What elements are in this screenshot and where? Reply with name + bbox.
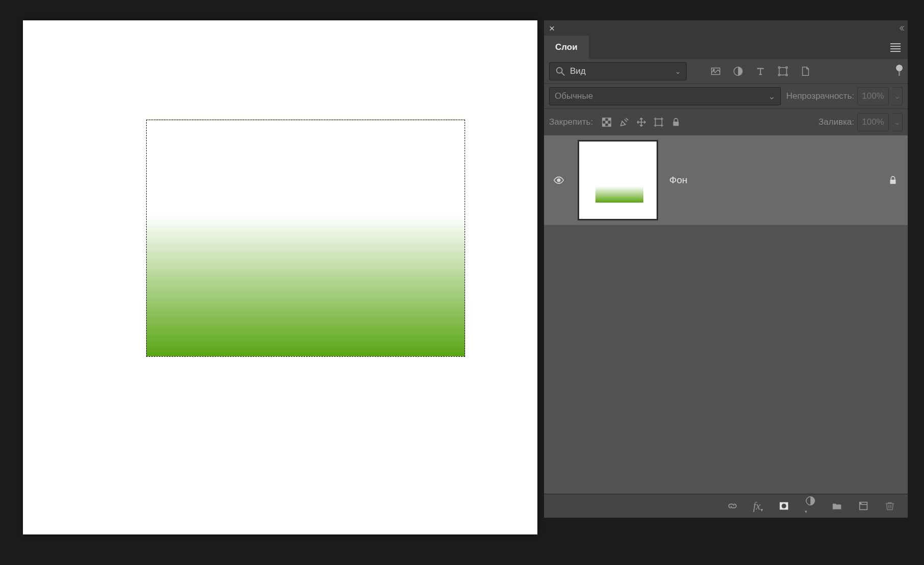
close-icon[interactable]: × bbox=[549, 23, 555, 33]
opacity-value[interactable]: 100% bbox=[857, 87, 889, 105]
document-canvas[interactable] bbox=[23, 20, 537, 534]
svg-point-26 bbox=[557, 179, 560, 182]
svg-line-1 bbox=[562, 73, 565, 76]
blend-mode-select[interactable]: Обычные ⌄ bbox=[549, 87, 781, 105]
panel-collapse-icon[interactable]: ‹‹ bbox=[899, 21, 903, 35]
search-icon bbox=[555, 66, 566, 77]
svg-rect-14 bbox=[603, 124, 606, 127]
panel-tabs: Слои bbox=[544, 36, 908, 59]
new-layer-icon[interactable] bbox=[858, 500, 869, 512]
svg-rect-25 bbox=[673, 122, 679, 126]
fill-label: Заливка: bbox=[819, 117, 854, 127]
blend-mode-value: Обычные bbox=[555, 91, 593, 101]
fill-chevron-icon[interactable]: ⌄ bbox=[892, 113, 903, 131]
chevron-down-icon: ⌄ bbox=[768, 91, 775, 102]
svg-rect-7 bbox=[786, 67, 787, 68]
lock-label: Закрепить: bbox=[549, 117, 593, 127]
new-group-icon[interactable] bbox=[831, 500, 843, 512]
lock-pixels-icon[interactable] bbox=[618, 117, 630, 128]
layers-panel-footer: fx▾ ▾ bbox=[544, 494, 908, 518]
svg-rect-12 bbox=[608, 118, 611, 121]
filter-smartobject-icon[interactable] bbox=[800, 66, 811, 77]
filter-toggle-switch[interactable] bbox=[896, 65, 903, 71]
svg-rect-11 bbox=[603, 118, 606, 121]
lock-row: Закрепить: bbox=[544, 109, 908, 135]
opacity-label: Непрозрачность: bbox=[786, 91, 854, 101]
svg-rect-15 bbox=[608, 124, 611, 127]
opacity-chevron-icon[interactable]: ⌄ bbox=[892, 87, 903, 105]
layer-thumbnail[interactable] bbox=[578, 140, 658, 220]
filter-type-icon[interactable] bbox=[755, 66, 766, 77]
svg-rect-8 bbox=[778, 74, 780, 76]
svg-point-29 bbox=[781, 503, 786, 508]
svg-rect-13 bbox=[605, 121, 608, 124]
canvas-workspace bbox=[0, 0, 540, 565]
fill-value[interactable]: 100% bbox=[857, 113, 889, 131]
add-mask-icon[interactable] bbox=[778, 500, 790, 512]
filter-pixel-icon[interactable] bbox=[710, 66, 721, 77]
layers-panel: × ‹‹ Слои Вид ⌄ bbox=[544, 20, 908, 545]
chevron-down-icon: ⌄ bbox=[675, 67, 681, 75]
svg-point-3 bbox=[713, 69, 715, 71]
layer-filter-row: Вид ⌄ bbox=[544, 59, 908, 84]
lock-position-icon[interactable] bbox=[636, 117, 647, 128]
lock-artboard-icon[interactable] bbox=[653, 117, 664, 128]
layer-locked-icon[interactable] bbox=[887, 175, 899, 186]
visibility-toggle-icon[interactable] bbox=[553, 175, 566, 186]
link-layers-icon[interactable] bbox=[727, 500, 738, 512]
delete-layer-icon bbox=[884, 500, 895, 512]
layer-filter-label: Вид bbox=[570, 66, 586, 76]
tab-layers[interactable]: Слои bbox=[544, 36, 589, 59]
lock-all-icon[interactable] bbox=[670, 117, 682, 128]
svg-rect-6 bbox=[778, 67, 780, 68]
panel-titlebar: × ‹‹ bbox=[544, 20, 908, 36]
panel-menu-icon[interactable] bbox=[890, 43, 901, 52]
svg-rect-27 bbox=[890, 180, 896, 184]
blend-opacity-row: Обычные ⌄ Непрозрачность: 100% ⌄ bbox=[544, 84, 908, 109]
layer-list: Фон bbox=[544, 135, 908, 494]
marquee-selection[interactable] bbox=[146, 120, 465, 357]
layer-filter-select[interactable]: Вид ⌄ bbox=[549, 62, 687, 80]
svg-point-0 bbox=[557, 68, 562, 73]
layer-row[interactable]: Фон bbox=[544, 135, 908, 225]
filter-shape-icon[interactable] bbox=[777, 66, 789, 77]
layer-name[interactable]: Фон bbox=[669, 175, 876, 186]
svg-rect-16 bbox=[656, 119, 662, 126]
svg-rect-9 bbox=[786, 74, 787, 76]
filter-adjustment-icon[interactable] bbox=[732, 66, 744, 77]
layer-effects-icon[interactable]: fx▾ bbox=[753, 500, 763, 512]
new-adjustment-layer-icon[interactable]: ▾ bbox=[805, 495, 816, 517]
lock-transparency-icon[interactable] bbox=[601, 117, 612, 128]
svg-rect-5 bbox=[779, 68, 787, 75]
